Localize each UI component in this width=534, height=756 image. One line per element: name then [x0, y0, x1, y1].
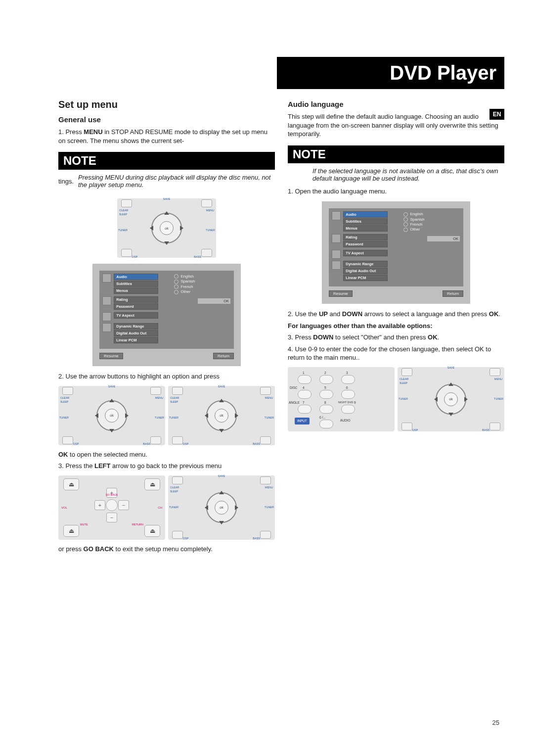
audio-intro: This step will define the default audio …: [288, 112, 504, 139]
page-number: 25: [492, 719, 499, 726]
setup-menu-right: English Spanish French Other OK: [174, 274, 231, 346]
remote-bass-label: BASS: [194, 256, 201, 259]
remote-dpad-pair: SAVE CLEAR SLEEP MENU TUNER TUNER DSP BA…: [58, 386, 275, 445]
r-step-2: 2. Use the UP and DOWN arrows to select …: [288, 310, 504, 319]
remote-save-label: SAVE: [163, 198, 170, 201]
menu-item: Audio: [114, 274, 158, 280]
audio-language-heading: Audio language: [288, 100, 504, 108]
section-heading: Set up menu: [58, 99, 275, 110]
remote-dsp-label: DSP: [132, 256, 137, 259]
option: Other: [174, 289, 231, 294]
menu-group-icon: [102, 323, 111, 332]
step-1: 1. Press MENU in STOP AND RESUME mode to…: [58, 128, 275, 145]
option: Spanish: [174, 279, 231, 284]
remote-top-right-button: [201, 199, 212, 207]
menu-item: Dynamic Range: [114, 323, 158, 330]
note-label: NOTE: [58, 152, 275, 170]
remote-top-left-button: [121, 199, 132, 207]
remote-menu-label: MENU: [206, 209, 214, 212]
remote-bottom-left-button: [121, 249, 132, 257]
arrow-down-icon: [164, 241, 169, 245]
right-column: EN Audio language This step will define …: [288, 94, 504, 556]
menu-item: Rating: [114, 296, 158, 303]
menu-item: Password: [114, 303, 158, 310]
menu-group-icon: [102, 312, 111, 321]
note-block: tings. Pressing MENU during disc playbac…: [58, 174, 275, 193]
remote-clear-label: CLEAR: [119, 209, 128, 212]
menu-item: Linear PCM: [114, 337, 158, 343]
numpad-figure: 1 2 3 DISC 4 5 6 ANGLE 7: [288, 367, 504, 431]
option: French: [174, 284, 231, 289]
r-step-4: 4. Use 0-9 to enter the code for the cho…: [288, 345, 504, 362]
remote-tuner-left-label: TUNER: [118, 229, 128, 232]
go-back-button: [106, 499, 118, 511]
menu-item: Subtitles: [114, 281, 158, 287]
language-badge: EN: [490, 109, 504, 120]
page-title: DVD Player: [390, 62, 496, 84]
left-column: Set up menu General use 1. Press MENU in…: [58, 94, 275, 556]
remote-tuner-right-label: TUNER: [206, 229, 215, 232]
dpad-ok: ok: [160, 221, 174, 235]
note-label: NOTE: [288, 145, 504, 163]
arrow-up-icon: [164, 211, 169, 215]
return-button: Return: [213, 353, 234, 359]
goback-figure: ⏏ ⏏ ⏏ ⏏ + − + − VOL CH GO BACK MUTE R: [58, 475, 275, 540]
option: English: [174, 274, 231, 279]
note-text: If the selected language is not availabl…: [312, 167, 504, 182]
tings-fragment: tings.: [58, 178, 78, 185]
r-step-1: 1. Open the audio language menu.: [288, 187, 504, 196]
ok-line: OK to open the selected menu.: [58, 450, 275, 459]
remote-sleep-label: SLEEP: [119, 213, 127, 216]
manual-page: DVD Player Set up menu General use 1. Pr…: [0, 0, 534, 756]
remote-dpad-figure: SAVE CLEAR SLEEP MENU TUNER TUNER DSP BA…: [117, 198, 216, 258]
ok-box: OK: [197, 298, 231, 304]
page-title-banner: DVD Player: [277, 57, 504, 89]
step-3: 3. Press the LEFT arrow to go back to th…: [58, 462, 275, 471]
arrow-left-icon: [150, 226, 153, 231]
step-2: 2. Use the arrow buttons to highlight an…: [58, 372, 275, 381]
menu-item: Menus: [114, 287, 158, 294]
note-text: Pressing MENU during disc playback will …: [78, 174, 275, 189]
subsection-heading: General use: [58, 115, 275, 124]
goback-line: or press GO BACK to exit the setup menu …: [58, 545, 275, 554]
menu-item: Digital Audio Out: [114, 330, 158, 336]
arrow-right-icon: [180, 226, 183, 231]
menu-group-icon: [102, 274, 111, 283]
menu-item: TV Aspect: [114, 312, 158, 319]
input-button: INPUT: [295, 418, 310, 425]
other-languages-heading: For languages other than the available o…: [288, 322, 504, 331]
r-step-3: 3. Press DOWN to select "Other" and then…: [288, 333, 504, 342]
menu-group-icon: [102, 296, 111, 305]
dpad: ok: [147, 208, 186, 248]
resume-button: Resume: [99, 353, 123, 359]
remote-bottom-right-button: [201, 249, 212, 257]
audio-setup-menu-figure: Audio Subtitles Menus Rating Password: [322, 201, 470, 304]
setup-menu-left: Audio Subtitles Menus Rating Password: [102, 274, 170, 346]
setup-menu-figure: Audio Subtitles Menus Rating Password: [92, 264, 241, 366]
